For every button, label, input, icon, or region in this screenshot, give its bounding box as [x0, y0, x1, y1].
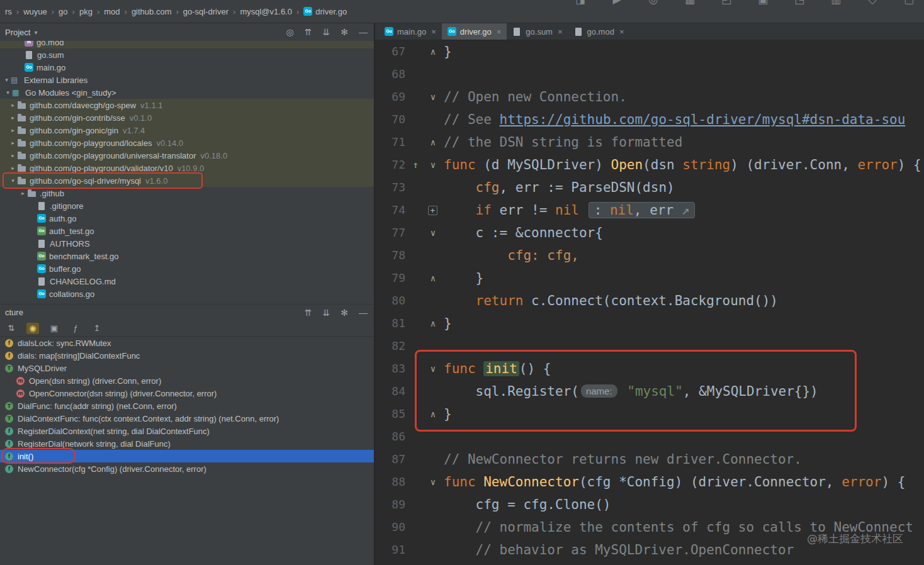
- chevron-down-icon[interactable]: ▾: [34, 29, 37, 36]
- code-line[interactable]: 77∨ c := &connector{: [375, 221, 924, 244]
- show-inherited-icon[interactable]: ↥: [91, 323, 103, 334]
- fold-marker[interactable]: ∨: [425, 221, 441, 244]
- tree-expand-arrow[interactable]: ▸: [9, 165, 17, 171]
- code-line[interactable]: 84 sql.Register(name: "mysql", &MySQLDri…: [375, 380, 924, 403]
- breadcrumb-item-go-sql-driver[interactable]: go-sql-driver: [183, 7, 228, 16]
- expand-all-icon[interactable]: ⇊: [323, 27, 330, 37]
- fold-marker[interactable]: ∧: [425, 312, 441, 335]
- tree-item-go-modules-gin-study[interactable]: ▾▦Go Modules <gin_study>: [0, 86, 374, 99]
- tab-driver-go[interactable]: Godriver.go×: [442, 23, 507, 40]
- breadcrumb-item-pkg[interactable]: pkg: [79, 7, 93, 16]
- structure-item-init[interactable]: finit(): [0, 450, 374, 462]
- structure-item-dials-map-string-dialcontextfunc[interactable]: fdials: map[string]DialContextFunc: [0, 349, 374, 362]
- hide-icon[interactable]: —: [359, 308, 368, 318]
- tree-item-authors[interactable]: AUTHORS: [0, 237, 374, 250]
- toolbar-icon[interactable]: ◳: [793, 0, 806, 6]
- fold-marker[interactable]: ∨: [425, 357, 441, 380]
- code-line[interactable]: 82: [375, 335, 924, 357]
- group-by-kind-icon[interactable]: ▣: [48, 323, 60, 334]
- structure-item-registerdialcontext-net-string-dial-dial[interactable]: fRegisterDialContext(net string, dial Di…: [0, 425, 374, 437]
- settings-icon[interactable]: ✻: [341, 27, 348, 37]
- fold-marker[interactable]: ∨: [425, 154, 441, 176]
- toolbar-icon[interactable]: ▢: [903, 0, 915, 6]
- settings-icon[interactable]: ✻: [341, 308, 348, 318]
- toolbar-icon[interactable]: ◇: [866, 0, 879, 6]
- breadcrumb-item-rs[interactable]: rs: [5, 7, 12, 16]
- tree-item-github-com-go-playground-universal-trans[interactable]: ▸github.com/go-playground/universal-tran…: [0, 149, 374, 162]
- structure-item-dialslock-sync-rwmutex[interactable]: fdialsLock: sync.RWMutex: [0, 337, 374, 349]
- tree-expand-arrow[interactable]: ▸: [9, 152, 17, 159]
- code-line[interactable]: 85∧}: [375, 403, 924, 425]
- code-line[interactable]: 71∧// the DSN string is formatted: [375, 131, 924, 154]
- toolbar-icon[interactable]: ▣: [757, 0, 769, 6]
- toolbar-icon[interactable]: ◎: [647, 0, 660, 6]
- breadcrumb-item-driver-go[interactable]: driver.go: [315, 7, 347, 16]
- tree-item-github-com-gin-gonic-gin[interactable]: ▸github.com/gin-gonic/ginv1.7.4: [0, 124, 374, 137]
- code-line[interactable]: 72↑∨func (d MySQLDriver) Open(dsn string…: [375, 154, 924, 176]
- project-panel-title[interactable]: Project: [5, 28, 30, 37]
- collapse-all-icon[interactable]: ⇈: [305, 27, 312, 37]
- structure-item-dialfunc-func-addr-string-net-conn-error[interactable]: TDialFunc: func(addr string) (net.Conn, …: [0, 400, 374, 412]
- code-line[interactable]: 80 return c.Connect(context.Background()…: [375, 289, 924, 312]
- tree-expand-arrow[interactable]: ▾: [3, 77, 11, 83]
- code-line[interactable]: 92 if err := cfg.normalize(); err != nil…: [375, 561, 924, 565]
- fold-marker[interactable]: ∧: [425, 267, 441, 289]
- structure-item-mysqldriver[interactable]: TMySQLDriver: [0, 362, 374, 374]
- tree-item-github-com-gin-contrib-sse[interactable]: ▸github.com/gin-contrib/ssev0.1.0: [0, 111, 374, 124]
- code-line[interactable]: 83∨func init() {: [375, 357, 924, 380]
- tree-expand-arrow[interactable]: ▸: [19, 190, 27, 196]
- fold-marker[interactable]: ∨: [425, 86, 441, 108]
- code-line[interactable]: 79∧ }: [375, 267, 924, 289]
- tree-expand-arrow[interactable]: ▸: [9, 140, 17, 146]
- tree-item-external-libraries[interactable]: ▾▤External Libraries: [0, 74, 374, 86]
- tab-close-icon[interactable]: ×: [619, 27, 624, 36]
- code-line[interactable]: 73 cfg, err := ParseDSN(dsn): [375, 176, 924, 199]
- structure-item-openconnector-dsn-string-driver-connecto[interactable]: mOpenConnector(dsn string) (driver.Conne…: [0, 387, 374, 400]
- tree-item-go-sum[interactable]: go.sum: [0, 48, 374, 61]
- code-line[interactable]: 70// See https://github.com/go-sql-drive…: [375, 108, 924, 131]
- fold-marker[interactable]: +: [428, 206, 437, 215]
- tree-item-collations-go[interactable]: Gocollations.go: [0, 288, 374, 300]
- tree-item-github-com-go-playground-validator-v10[interactable]: ▸github.com/go-playground/validator/v10v…: [0, 162, 374, 174]
- comment-link[interactable]: https://github.com/go-sql-driver/mysql#d…: [500, 112, 906, 127]
- breadcrumb-item-mod[interactable]: mod: [104, 7, 120, 16]
- tab-close-icon[interactable]: ×: [497, 27, 502, 36]
- implements-icon[interactable]: ↑: [405, 154, 425, 176]
- tab-go-sum[interactable]: go.sum×: [507, 23, 568, 40]
- structure-item-open-dsn-string-driver-conn-error[interactable]: mOpen(dsn string) (driver.Conn, error): [0, 374, 374, 387]
- tree-item-gitignore[interactable]: .gitignore: [0, 199, 374, 212]
- show-visibility-icon[interactable]: ◉: [26, 323, 39, 334]
- structure-item-dialcontextfunc-func-ctx-context-context[interactable]: TDialContextFunc: func(ctx context.Conte…: [0, 412, 374, 425]
- tree-item-github-com-go-playground-locales[interactable]: ▸github.com/go-playground/localesv0.14.0: [0, 137, 374, 149]
- code-line[interactable]: 89 cfg = cfg.Clone(): [375, 493, 924, 516]
- tab-go-mod[interactable]: go.mod×: [568, 23, 630, 40]
- code-line[interactable]: 86: [375, 425, 924, 448]
- tab-close-icon[interactable]: ×: [558, 27, 563, 36]
- tree-item-github-com-davecgh-go-spew[interactable]: ▸github.com/davecgh/go-spewv1.1.1: [0, 99, 374, 111]
- locate-icon[interactable]: ◎: [286, 27, 294, 37]
- tree-expand-arrow[interactable]: ▸: [9, 115, 17, 121]
- code-line[interactable]: 74+ if err != nil : nil, err ↗: [375, 199, 924, 221]
- tree-item-github[interactable]: ▸.github: [0, 187, 374, 199]
- tree-item-auth-go[interactable]: Goauth.go: [0, 212, 374, 225]
- tree-item-github-com-go-sql-driver-mysql[interactable]: ▾github.com/go-sql-driver/mysqlv1.6.0: [0, 174, 374, 187]
- toolbar-icon[interactable]: ▥: [830, 0, 842, 6]
- tree-item-benchmark-test-go[interactable]: Gobenchmark_test.go: [0, 250, 374, 262]
- fold-marker[interactable]: ∧: [425, 403, 441, 425]
- collapse-all-icon[interactable]: ⇈: [305, 308, 312, 318]
- code-line[interactable]: 68: [375, 63, 924, 86]
- fold-marker[interactable]: ∨: [425, 471, 441, 493]
- tree-item-buffer-go[interactable]: Gobuffer.go: [0, 262, 374, 275]
- expand-all-icon[interactable]: ⇊: [323, 308, 330, 318]
- structure-item-newconnector-cfg-config-driver-connector[interactable]: fNewConnector(cfg *Config) (driver.Conne…: [0, 462, 374, 475]
- sort-alphabetically-icon[interactable]: ⇅: [5, 323, 18, 334]
- tree-expand-arrow[interactable]: ▾: [9, 177, 17, 184]
- tree-item-changelog-md[interactable]: CHANGELOG.md: [0, 275, 374, 288]
- toolbar-icon[interactable]: ◨: [574, 0, 587, 6]
- tree-expand-arrow[interactable]: ▸: [9, 102, 17, 108]
- breadcrumb-item-wuyue[interactable]: wuyue: [23, 7, 47, 16]
- breadcrumb-item-github-com[interactable]: github.com: [132, 7, 172, 16]
- tab-main-go[interactable]: Gomain.go×: [379, 23, 442, 40]
- code-line[interactable]: 69∨// Open new Connection.: [375, 86, 924, 108]
- fold-marker[interactable]: ∧: [425, 40, 441, 63]
